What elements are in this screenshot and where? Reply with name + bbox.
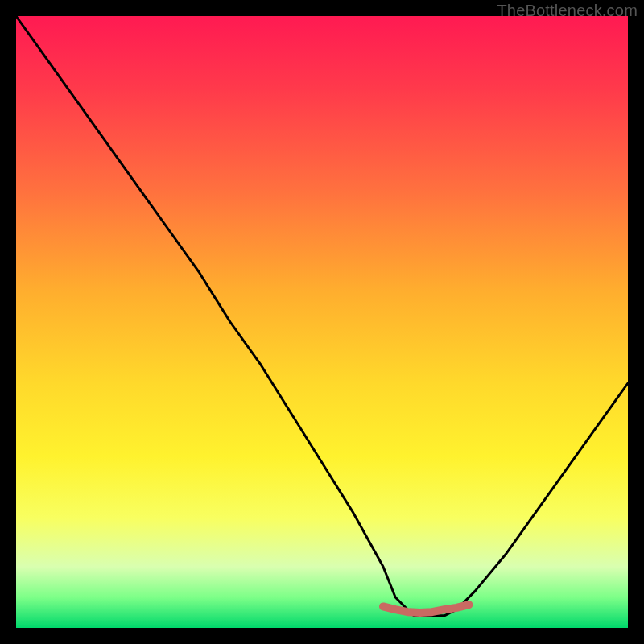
bottleneck-curve (16, 16, 628, 616)
chart-frame: TheBottleneck.com (0, 0, 644, 644)
bottleneck-curve-svg (16, 16, 628, 628)
watermark-text: TheBottleneck.com (497, 2, 638, 20)
optimal-range-marker (383, 605, 469, 613)
plot-area (16, 16, 628, 628)
